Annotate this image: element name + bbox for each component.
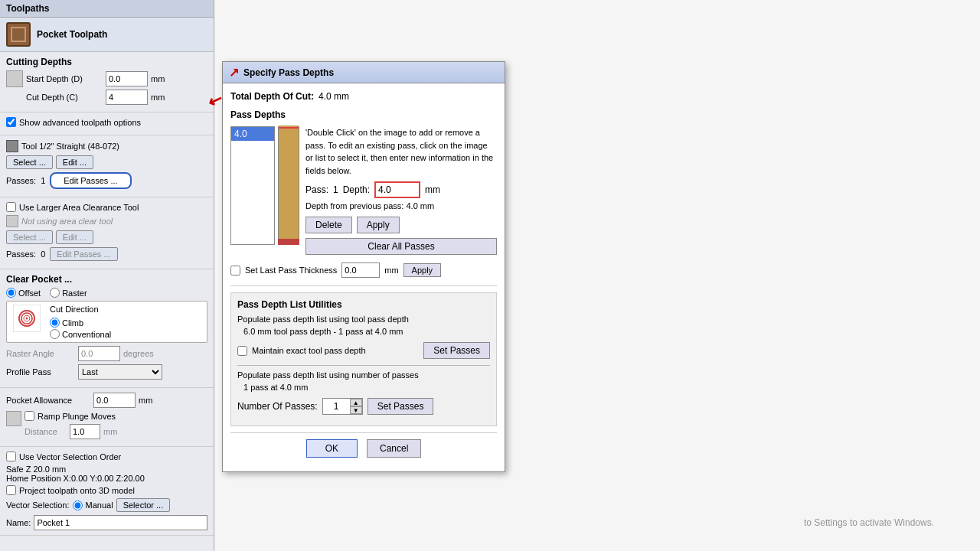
num-pass-info: 1 pass at 4.0 mm xyxy=(237,383,490,392)
edit-passes-button[interactable]: Edit Passes ... xyxy=(50,172,131,189)
total-depth-value: 4.0 mm xyxy=(318,91,349,102)
edit-passes2-button[interactable]: Edit Passes ... xyxy=(50,247,117,261)
last-pass-checkbox[interactable] xyxy=(230,266,240,276)
depth-icon xyxy=(6,70,23,87)
depth-unit: mm xyxy=(425,184,440,195)
num-passes-label: Number Of Passes: xyxy=(237,401,318,412)
last-pass-input[interactable] xyxy=(341,262,380,278)
safe-z-value: 20.0 mm xyxy=(33,465,66,474)
pocket-allowance-unit: mm xyxy=(139,396,152,405)
pass-visual: 4.0 xyxy=(230,126,299,255)
populate-by-number-label: Populate pass depth list using number of… xyxy=(237,370,490,380)
delete-button[interactable]: Delete xyxy=(305,217,352,233)
cancel-button[interactable]: Cancel xyxy=(367,439,421,458)
total-depth-label: Total Depth Of Cut: xyxy=(230,91,314,102)
ok-button[interactable]: OK xyxy=(306,439,358,458)
safe-z-label: Safe Z xyxy=(6,465,31,474)
raster-radio[interactable] xyxy=(50,288,60,298)
set-passes-button-1[interactable]: Set Passes xyxy=(423,342,490,359)
left-panel: Toolpaths Pocket Toolpath Cutting Depths… xyxy=(0,0,214,551)
pass-instructions: 'Double Click' on the image to add or re… xyxy=(305,126,497,177)
cutting-depths-section: Cutting Depths Start Depth (D) mm Cut De… xyxy=(0,52,214,112)
cut-depth-label: Cut Depth (C) xyxy=(26,93,103,102)
dialog-arrow: ↗ xyxy=(229,65,239,80)
climb-label: Climb xyxy=(62,318,83,328)
apply-button[interactable]: Apply xyxy=(357,217,400,233)
pocket-allowance-section: Pocket Allowance mm Ramp Plunge Moves Di… xyxy=(0,388,214,447)
dialog-title: Specify Pass Depths xyxy=(243,67,334,78)
conventional-label: Conventional xyxy=(62,330,111,339)
passes2-value: 0 xyxy=(41,249,45,259)
vector-order-section: Use Vector Selection Order Safe Z 20.0 m… xyxy=(0,447,214,536)
clear-all-button[interactable]: Clear All Passes xyxy=(305,238,497,255)
pocket-allowance-input[interactable] xyxy=(93,393,136,408)
profile-pass-label: Profile Pass xyxy=(6,367,75,377)
passes2-label: Passes: xyxy=(6,249,36,259)
depth-label: Depth: xyxy=(343,184,370,195)
ramp-distance-label: Distance xyxy=(24,427,67,436)
last-pass-apply-button[interactable]: Apply xyxy=(403,263,442,277)
dialog-footer: OK Cancel xyxy=(230,432,497,464)
tool-pass-info: 6.0 mm tool pass depth - 1 pass at 4.0 m… xyxy=(237,327,490,336)
project-toolpath-checkbox[interactable] xyxy=(6,485,16,495)
maintain-exact-checkbox[interactable] xyxy=(237,346,247,356)
raster-angle-label: Raster Angle xyxy=(6,349,75,358)
offset-label: Offset xyxy=(18,289,41,298)
advanced-options-section: Show advanced toolpath options xyxy=(0,112,214,135)
last-pass-unit: mm xyxy=(384,266,398,275)
pass-right-panel: 'Double Click' on the image to add or re… xyxy=(305,126,497,255)
conventional-radio[interactable] xyxy=(50,329,60,339)
num-passes-up[interactable]: ▲ xyxy=(350,399,362,406)
set-passes-button-2[interactable]: Set Passes xyxy=(368,398,434,415)
dialog-title-bar: ↗ Specify Pass Depths xyxy=(223,62,505,83)
utilities-section: Pass Depth List Utilities Populate pass … xyxy=(230,292,497,426)
depth-bar-bottom xyxy=(278,239,299,245)
cut-depth-input[interactable] xyxy=(106,90,148,105)
manual-radio[interactable] xyxy=(73,500,83,510)
profile-pass-select[interactable]: Last First None xyxy=(78,364,162,380)
ramp-plunge-label: Ramp Plunge Moves xyxy=(38,412,116,421)
ramp-distance-input[interactable] xyxy=(70,424,100,439)
area-tool-icon xyxy=(6,215,18,227)
pass-depth-input[interactable] xyxy=(374,181,420,198)
clear-pocket-section: Clear Pocket ... Offset Raster Cut Direc… xyxy=(0,269,214,388)
climb-radio[interactable] xyxy=(50,318,60,328)
offset-radio[interactable] xyxy=(6,288,16,298)
utilities-title: Pass Depth List Utilities xyxy=(237,299,490,310)
pass-list[interactable]: 4.0 xyxy=(230,126,275,245)
populate-by-depth-label: Populate pass depth list using tool pass… xyxy=(237,315,490,324)
depth-from-value: 4.0 mm xyxy=(406,201,434,210)
name-label: Name: xyxy=(6,518,31,527)
num-passes-down[interactable]: ▼ xyxy=(350,406,362,414)
tool-edit-button[interactable]: Edit ... xyxy=(56,155,93,169)
start-depth-label: Start Depth (D) xyxy=(26,74,103,83)
show-advanced-checkbox[interactable] xyxy=(6,117,16,127)
pass-controls: Pass: 1 Depth: mm Depth from previous pa… xyxy=(305,181,497,255)
pocket-toolpath-label: Pocket Toolpath xyxy=(37,29,107,40)
tool-label: Tool 1/2" Straight (48-072) xyxy=(21,142,119,151)
depth-line xyxy=(279,127,299,129)
larger-area-checkbox[interactable] xyxy=(6,202,16,212)
num-passes-input[interactable] xyxy=(323,399,350,414)
tool-select-button[interactable]: Select ... xyxy=(6,155,53,169)
name-input[interactable] xyxy=(34,515,207,530)
pocket-toolpath-header: Pocket Toolpath xyxy=(0,18,214,52)
pass-label: Pass: xyxy=(305,184,328,195)
home-pos-label: Home Position xyxy=(6,474,61,483)
selector-button[interactable]: Selector ... xyxy=(116,498,171,512)
passes-value: 1 xyxy=(41,176,45,185)
num-passes-spinner: ▲ ▼ xyxy=(350,399,362,414)
ramp-plunge-checkbox[interactable] xyxy=(24,411,34,421)
pass-depths-dialog: ↗ Specify Pass Depths Total Depth Of Cut… xyxy=(222,61,505,472)
raster-angle-input[interactable] xyxy=(78,346,120,361)
area-edit-button[interactable]: Edit ... xyxy=(56,230,93,244)
pass-list-item[interactable]: 4.0 xyxy=(231,127,274,141)
area-select-button[interactable]: Select ... xyxy=(6,230,53,244)
passes-label: Passes: xyxy=(6,176,36,185)
vector-order-checkbox[interactable] xyxy=(6,452,16,461)
pass-num: 1 xyxy=(333,184,338,195)
depth-bar[interactable] xyxy=(278,126,299,245)
start-depth-input[interactable] xyxy=(106,71,148,86)
ramp-icon xyxy=(6,411,21,426)
last-pass-label: Set Last Pass Thickness xyxy=(245,266,337,275)
